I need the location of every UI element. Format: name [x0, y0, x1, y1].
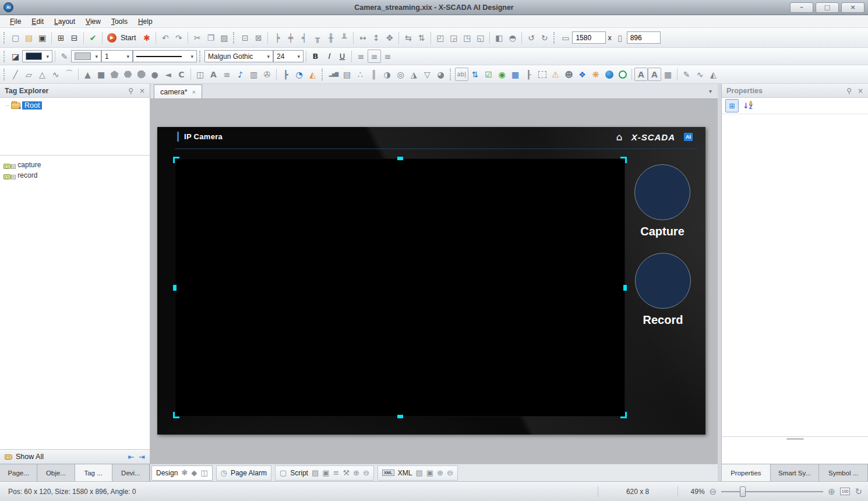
- distribute-vertical-button[interactable]: ⇅: [415, 31, 428, 44]
- properties-splitter[interactable]: [722, 436, 868, 440]
- preview-icon[interactable]: ❃: [181, 468, 188, 477]
- open-button[interactable]: ▤: [22, 31, 36, 44]
- script-new-icon[interactable]: ▢: [280, 468, 287, 477]
- trend-edit-button[interactable]: ✎: [680, 68, 693, 81]
- same-size-button[interactable]: ✥: [383, 31, 396, 44]
- save-all-button[interactable]: ⊞: [54, 31, 68, 44]
- line-color-select[interactable]: ▾: [71, 50, 101, 62]
- property-grid[interactable]: [722, 114, 868, 436]
- script-list-icon[interactable]: ≡: [333, 468, 340, 477]
- cut-button[interactable]: ✂: [190, 31, 204, 44]
- image-object-button[interactable]: ◫: [193, 68, 207, 81]
- tab-tag[interactable]: Tag ...: [75, 464, 112, 481]
- tag-name[interactable]: capture: [17, 161, 41, 169]
- hexagon-tool-button[interactable]: [121, 68, 135, 81]
- text-align-left-button[interactable]: ≡: [354, 50, 368, 63]
- camera-object-button[interactable]: ✇: [260, 68, 274, 81]
- checkbox-control-button[interactable]: ☑: [482, 68, 495, 81]
- rectangle-tool-button[interactable]: ■: [94, 68, 108, 81]
- tab-symbol[interactable]: Symbol ...: [819, 464, 868, 481]
- line-width-select[interactable]: 1 ▾: [101, 50, 133, 62]
- list-object-button[interactable]: ≡: [220, 68, 234, 81]
- line-tool-button[interactable]: ╱: [9, 68, 22, 81]
- script-zoom-in-icon[interactable]: ⊕: [353, 468, 359, 477]
- close-icon[interactable]: ×: [139, 87, 145, 95]
- trend-area-button[interactable]: ◭: [707, 68, 720, 81]
- table-control-button[interactable]: ▦: [509, 68, 522, 81]
- tag-list-item[interactable]: D capture: [3, 158, 147, 169]
- script-button[interactable]: Script: [290, 469, 308, 477]
- image-view-icon[interactable]: ◫: [200, 468, 207, 477]
- start-button[interactable]: ▶ Start: [105, 33, 140, 43]
- page-alarm-button[interactable]: Page Alarm: [231, 469, 267, 477]
- save-as-button[interactable]: ⊟: [68, 31, 81, 44]
- align-center-button[interactable]: ╪: [284, 31, 297, 44]
- funnel-chart-button[interactable]: ▽: [421, 68, 434, 81]
- pin-icon[interactable]: ⚲: [846, 87, 852, 95]
- close-button[interactable]: ×: [841, 2, 865, 13]
- polygon-tool-button[interactable]: △: [36, 68, 49, 81]
- selection-handle[interactable]: [620, 157, 627, 163]
- minimize-button[interactable]: –: [790, 2, 813, 13]
- font-family-select[interactable]: Malgun Gothic ▾: [204, 50, 273, 62]
- design-tab[interactable]: Design: [156, 469, 178, 477]
- grid-table-button[interactable]: ▦: [661, 68, 675, 81]
- tab-list-chevron-icon[interactable]: ▾: [709, 88, 712, 94]
- undo-button[interactable]: ↶: [158, 31, 172, 44]
- menu-help[interactable]: Help: [133, 16, 158, 27]
- sound-object-button[interactable]: ♪: [234, 68, 247, 81]
- triangle-tool-button[interactable]: ▲: [81, 68, 94, 81]
- flip-vertical-button[interactable]: ◓: [506, 31, 519, 44]
- copy-button[interactable]: ❐: [204, 31, 217, 44]
- bring-to-front-button[interactable]: ◰: [433, 31, 447, 44]
- label-box-button[interactable]: A: [634, 68, 648, 81]
- video-placeholder[interactable]: [175, 158, 625, 417]
- menu-file[interactable]: File: [5, 16, 26, 27]
- close-icon[interactable]: ×: [858, 87, 863, 95]
- doughnut-chart-button[interactable]: ◎: [394, 68, 407, 81]
- save-button[interactable]: ▣: [36, 31, 49, 44]
- text-object-button[interactable]: A: [207, 68, 220, 81]
- toolbar-grip[interactable]: [3, 69, 5, 80]
- toolbar-grip[interactable]: [3, 51, 5, 62]
- scatter-chart-button[interactable]: ∴: [354, 68, 367, 81]
- ellipse-tool-button[interactable]: ●: [148, 68, 161, 81]
- send-backward-button[interactable]: ◱: [474, 31, 487, 44]
- run-settings-button[interactable]: ✱: [140, 31, 153, 44]
- home-icon[interactable]: ⌂: [616, 131, 623, 143]
- collapse-all-icon[interactable]: ⇤: [128, 453, 134, 461]
- script-save-icon[interactable]: ▣: [322, 468, 329, 477]
- page-width-input[interactable]: [572, 31, 606, 44]
- tab-close-icon[interactable]: ×: [192, 89, 196, 96]
- pyramid-chart-button[interactable]: ◮: [407, 68, 421, 81]
- line-color-icon[interactable]: ✎: [58, 50, 71, 63]
- bezier-tool-button[interactable]: ∿: [49, 68, 62, 81]
- web-object-button[interactable]: [602, 68, 616, 81]
- page-height-input[interactable]: [627, 31, 661, 44]
- arc-tool-button[interactable]: ⌒: [62, 68, 76, 81]
- tag-view-icon[interactable]: ◆: [191, 468, 197, 477]
- selection-handle[interactable]: [173, 285, 177, 291]
- distribute-horizontal-button[interactable]: ⇆: [401, 31, 415, 44]
- redo-button[interactable]: ↷: [172, 31, 185, 44]
- selection-handle[interactable]: [173, 157, 179, 163]
- video-object-button[interactable]: ▥: [247, 68, 260, 81]
- text-align-right-button[interactable]: ≡: [381, 50, 394, 63]
- column-chart-button[interactable]: ▂▅▇: [327, 68, 340, 81]
- pentagon-tool-button[interactable]: [108, 68, 121, 81]
- tab-device[interactable]: Devi...: [112, 464, 150, 481]
- new-button[interactable]: ▢: [9, 31, 22, 44]
- cone-object-button[interactable]: ◭: [306, 68, 319, 81]
- script-open-icon[interactable]: ▤: [312, 468, 319, 477]
- send-to-back-button[interactable]: ◲: [447, 31, 460, 44]
- xml-zoom-in-icon[interactable]: ⊕: [437, 468, 443, 477]
- select-area-button[interactable]: [535, 68, 549, 81]
- tree-control-button[interactable]: ┠: [522, 68, 535, 81]
- font-size-select[interactable]: 24 ▾: [273, 50, 304, 62]
- pie-chart-button[interactable]: ◑: [380, 68, 394, 81]
- toolbar-grip[interactable]: [3, 32, 5, 44]
- script-zoom-out-icon[interactable]: ⊖: [363, 468, 369, 477]
- spinner-control-button[interactable]: ⇅: [468, 68, 482, 81]
- selection-handle[interactable]: [397, 157, 403, 160]
- tab-smart-symbol[interactable]: Smart Sy...: [771, 464, 820, 481]
